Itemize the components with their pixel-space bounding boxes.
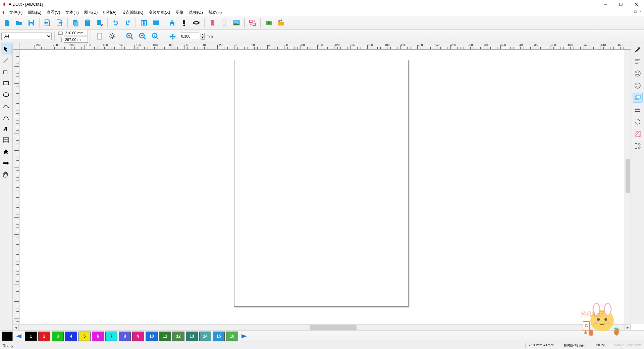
print-button[interactable] [166, 17, 178, 29]
menu-options[interactable]: 选项(O) [186, 9, 205, 16]
color-swatch-5[interactable]: 5 [78, 332, 91, 341]
menu-image[interactable]: 图像 [173, 9, 186, 16]
vertical-scrollbar[interactable] [625, 50, 631, 324]
image-button[interactable] [231, 17, 242, 29]
menu-view[interactable]: 查看(V) [44, 9, 63, 16]
bezier-tool[interactable] [1, 112, 11, 123]
rectangle-tool[interactable] [1, 78, 11, 89]
close-button[interactable] [629, 0, 644, 9]
align-text-icon[interactable] [633, 56, 643, 66]
arrow-tool[interactable] [1, 158, 11, 168]
shirt-back-button[interactable] [219, 17, 230, 29]
import-button[interactable] [42, 17, 53, 29]
cutter-button[interactable] [191, 17, 202, 29]
page-width-input[interactable] [64, 30, 88, 36]
horizontal-scrollbar[interactable]: ◀ ▶ [13, 324, 631, 330]
star-tool[interactable] [1, 146, 11, 157]
portrait-button[interactable] [94, 31, 105, 42]
vscroll-thumb[interactable] [626, 159, 630, 193]
ruler-horizontal[interactable]: -240-220-200-180-160-140-120-100-80-60-4… [19, 43, 631, 50]
maximize-button[interactable] [613, 0, 629, 9]
curve-tool[interactable] [1, 101, 11, 111]
tools-icon[interactable] [633, 44, 643, 54]
mdi-restore[interactable]: □ [634, 9, 637, 13]
layers-icon[interactable] [633, 93, 643, 103]
color-swatch-6[interactable]: 6 [92, 332, 104, 341]
page[interactable] [234, 60, 409, 307]
color-prev[interactable] [14, 332, 23, 341]
page-height-input[interactable] [64, 37, 88, 43]
cut-button[interactable] [94, 17, 105, 29]
color-swatch-3[interactable]: 3 [52, 332, 64, 341]
menu-help[interactable]: 帮助(H) [206, 9, 225, 16]
paste-button[interactable] [82, 17, 93, 29]
current-color[interactable] [2, 332, 13, 341]
menu-shape[interactable]: 图形(D) [82, 9, 101, 16]
plotter-button[interactable] [178, 17, 190, 29]
mdi-minimize[interactable]: – [629, 9, 632, 13]
color-swatch-4[interactable]: 4 [65, 332, 77, 341]
menu-edit[interactable]: 编辑(E) [25, 9, 44, 16]
hscroll-right[interactable]: ▶ [625, 325, 631, 330]
smiley-icon[interactable] [633, 68, 643, 79]
color-swatch-9[interactable]: 9 [132, 332, 144, 341]
rotate-icon[interactable] [633, 117, 643, 127]
text-tool[interactable]: A [1, 123, 11, 134]
folder-button[interactable] [275, 17, 286, 29]
color-swatch-7[interactable]: 7 [105, 332, 117, 341]
mdi-close[interactable]: × [639, 9, 642, 13]
ellipse-tool[interactable] [1, 89, 11, 100]
hscroll-thumb[interactable] [310, 325, 357, 330]
pattern-icon[interactable] [633, 141, 643, 151]
color-swatch-14[interactable]: 14 [199, 332, 211, 341]
color-swatch-8[interactable]: 8 [119, 332, 131, 341]
redo-button[interactable] [122, 17, 133, 29]
line-tool[interactable] [1, 55, 11, 66]
menu-file[interactable]: 文件(F) [7, 9, 25, 16]
menu-node[interactable]: 节点编辑(K) [119, 9, 146, 16]
ruler-corner[interactable] [13, 43, 19, 50]
lines-icon[interactable] [633, 105, 643, 115]
menu-text[interactable]: 文本(T) [63, 9, 81, 16]
align-left-button[interactable] [138, 17, 150, 29]
nudge-button[interactable] [167, 31, 178, 42]
color-swatch-1[interactable]: 1 [25, 332, 37, 341]
menu-arrange[interactable]: 排列(A) [100, 9, 119, 16]
open-file-button[interactable] [13, 17, 25, 29]
spin-down[interactable]: ▼ [201, 36, 205, 40]
money-button[interactable] [263, 17, 274, 29]
ruler-vertical[interactable] [13, 50, 19, 324]
align-right-button[interactable] [150, 17, 162, 29]
canvas[interactable] [19, 50, 631, 324]
registration-button[interactable] [247, 17, 258, 29]
zoom-100-button[interactable]: 1 [150, 31, 161, 42]
hand-tool[interactable] [1, 169, 11, 180]
minimize-button[interactable] [598, 0, 613, 9]
color-swatch-10[interactable]: 10 [146, 332, 158, 341]
page-size-select[interactable]: A4 [1, 33, 52, 40]
select-tool[interactable] [1, 44, 11, 54]
menu-advanced[interactable]: 高级功能(X) [146, 9, 173, 16]
shirt-front-button[interactable] [207, 17, 218, 29]
grid-tool[interactable] [1, 135, 11, 146]
zoom-out-button[interactable] [137, 31, 148, 42]
zoom-in-button[interactable] [124, 31, 136, 42]
undo-button[interactable] [110, 17, 121, 29]
color-next[interactable] [239, 332, 249, 341]
new-file-button[interactable] [1, 17, 13, 29]
nudge-offset-input[interactable] [180, 33, 199, 40]
color-swatch-12[interactable]: 12 [172, 332, 184, 341]
color-swatch-16[interactable]: 16 [226, 332, 238, 341]
color-swatch-13[interactable]: 13 [186, 332, 198, 341]
smiley2-icon[interactable] [633, 81, 643, 91]
color-swatch-2[interactable]: 2 [38, 332, 50, 341]
save-file-button[interactable] [25, 17, 37, 29]
export-button[interactable] [54, 17, 65, 29]
color-swatch-15[interactable]: 15 [213, 332, 225, 341]
copy-button[interactable] [70, 17, 81, 29]
spin-up[interactable]: ▲ [201, 33, 205, 36]
polyline-tool[interactable] [1, 66, 11, 77]
settings-gear-button[interactable] [107, 31, 118, 42]
hscroll-left[interactable]: ◀ [13, 325, 19, 330]
hatch-icon[interactable] [633, 129, 643, 139]
